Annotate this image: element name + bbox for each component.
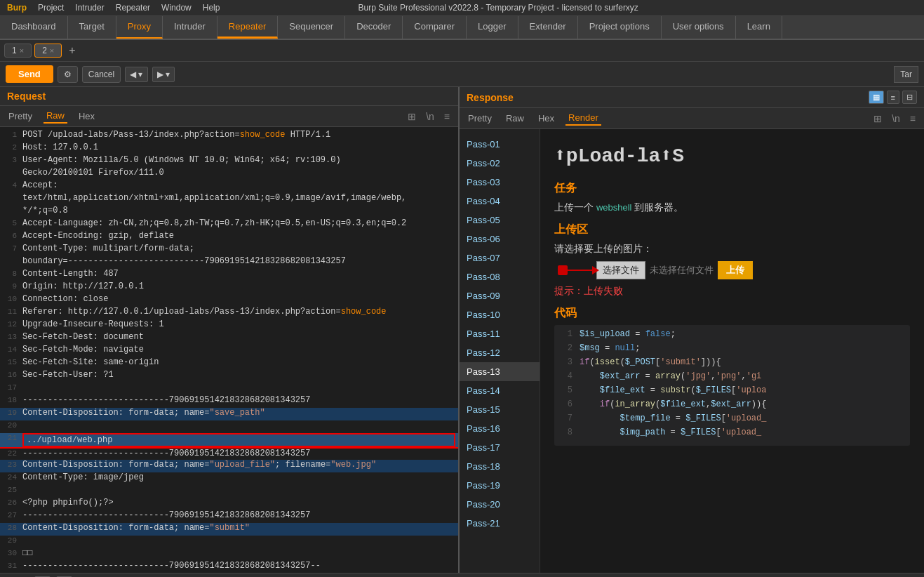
menu-repeater[interactable]: Repeater <box>116 3 150 13</box>
next-button[interactable]: ▶ ▾ <box>152 67 175 82</box>
upload-hint: 提示：上传失败 <box>554 285 910 298</box>
sidebar-pass-10[interactable]: Pass-10 <box>460 305 540 324</box>
sidebar-pass-06[interactable]: Pass-06 <box>460 230 540 248</box>
tab-project-options[interactable]: Project options <box>578 16 662 39</box>
tab-user-options[interactable]: User options <box>662 16 736 39</box>
request-menu-icon[interactable]: ≡ <box>441 110 453 124</box>
tab-comparer[interactable]: Comparer <box>403 16 467 39</box>
code-line-22: 22 -----------------------------79069195… <box>0 447 458 460</box>
response-tab-render[interactable]: Render <box>565 111 601 126</box>
tab-learn[interactable]: Learn <box>736 16 782 39</box>
response-menu-icon[interactable]: ≡ <box>907 112 918 126</box>
menu-window[interactable]: Window <box>161 3 192 13</box>
cancel-button[interactable]: Cancel <box>82 66 121 83</box>
response-tab-raw[interactable]: Raw <box>503 112 527 125</box>
request-tab-pretty[interactable]: Pretty <box>6 110 35 123</box>
code-line: 29 <box>0 536 458 548</box>
code-line: 23 Content-Disposition: form-data; name=… <box>0 460 458 472</box>
sidebar-pass-11[interactable]: Pass-11 <box>460 324 540 343</box>
request-wrap-icon[interactable]: \n <box>423 110 437 124</box>
code-line: 6 Accept-Encoding: gzip, deflate <box>0 231 458 244</box>
upload-labs-render: Pass-01 Pass-02 Pass-03 Pass-04 Pass-05 … <box>460 129 924 573</box>
response-title: Response <box>467 92 514 103</box>
tab-sequencer[interactable]: Sequencer <box>278 16 345 39</box>
menu-burp[interactable]: Burp <box>7 3 27 13</box>
tab-1-close[interactable]: × <box>20 46 24 55</box>
sidebar-pass-16[interactable]: Pass-16 <box>460 419 540 438</box>
sidebar-pass-07[interactable]: Pass-07 <box>460 248 540 267</box>
repeater-toolbar: Send ⚙ Cancel ◀ ▾ ▶ ▾ Tar <box>0 62 924 87</box>
prev-button[interactable]: ◀ ▾ <box>125 67 147 82</box>
sidebar-pass-20[interactable]: Pass-20 <box>460 495 540 514</box>
sidebar-pass-04[interactable]: Pass-04 <box>460 192 540 211</box>
sidebar-pass-19[interactable]: Pass-19 <box>460 476 540 495</box>
view-compact-button[interactable]: ⊟ <box>902 91 917 104</box>
add-repeater-tab-button[interactable]: + <box>65 43 79 58</box>
tab-dashboard[interactable]: Dashboard <box>0 16 68 39</box>
menu-intruder[interactable]: Intruder <box>75 3 104 13</box>
request-tab-raw[interactable]: Raw <box>43 109 67 124</box>
arrow-head <box>592 266 599 274</box>
sidebar-pass-13[interactable]: Pass-13 <box>460 362 540 381</box>
code-line: 1 POST /upload-labs/Pass-13/index.php?ac… <box>0 130 458 142</box>
response-sub-tabs: Pretty Raw Hex Render ⊞ \n ≡ <box>460 108 924 129</box>
response-tab-pretty[interactable]: Pretty <box>465 112 495 125</box>
upload-button[interactable]: 上传 <box>718 261 753 279</box>
ul-code-line: 6 if(in_array($file_ext,$ext_arr)){ <box>558 399 906 413</box>
sidebar-pass-08[interactable]: Pass-08 <box>460 267 540 286</box>
titlebar: Burp Project Intruder Repeater Window He… <box>0 0 924 16</box>
menu-project[interactable]: Project <box>38 3 64 13</box>
tab-2-close[interactable]: × <box>50 46 54 55</box>
sidebar-pass-09[interactable]: Pass-09 <box>460 286 540 305</box>
tab-intruder[interactable]: Intruder <box>163 16 217 39</box>
sidebar-pass-14[interactable]: Pass-14 <box>460 381 540 400</box>
view-grid-button[interactable]: ▦ <box>869 91 884 104</box>
tab-proxy[interactable]: Proxy <box>116 16 163 39</box>
response-tab-hex[interactable]: Hex <box>535 112 557 125</box>
tab-decoder[interactable]: Decoder <box>345 16 403 39</box>
request-code-area[interactable]: 1 POST /upload-labs/Pass-13/index.php?ac… <box>0 127 458 573</box>
response-format-icon[interactable]: ⊞ <box>871 112 885 126</box>
red-box <box>558 265 568 275</box>
sidebar-pass-12[interactable]: Pass-12 <box>460 343 540 362</box>
request-tab-hex[interactable]: Hex <box>76 110 98 123</box>
code-line: 16 Sec-Fetch-User: ?1 <box>0 370 458 383</box>
code-line: 30 □□ <box>0 548 458 561</box>
sidebar-pass-17[interactable]: Pass-17 <box>460 438 540 457</box>
tab-target[interactable]: Target <box>68 16 116 39</box>
ul-code-line: 5 $file_ext = substr($_FILES['uploa <box>558 385 906 399</box>
repeater-tab-2[interactable]: 2 × <box>34 44 62 58</box>
red-arrow-line <box>568 270 592 271</box>
repeater-tab-1[interactable]: 1 × <box>4 44 32 58</box>
view-list-button[interactable]: ≡ <box>887 91 899 104</box>
code-line-21: 21 ../upload/web.php <box>0 433 458 447</box>
code-line: 15 Sec-Fetch-Site: same-origin <box>0 357 458 370</box>
code-section: 代码 1 $is_upload = false; 2 $msg = null; … <box>554 306 910 446</box>
sidebar-pass-03[interactable]: Pass-03 <box>460 173 540 192</box>
code-line: 4 Accept: <box>0 180 458 193</box>
ul-code-line: 1 $is_upload = false; <box>558 329 906 343</box>
send-button[interactable]: Send <box>6 65 53 83</box>
task-text: 上传一个 webshell 到服务器。 <box>554 201 910 214</box>
sidebar-pass-05[interactable]: Pass-05 <box>460 211 540 230</box>
request-format-icon[interactable]: ⊞ <box>405 110 419 124</box>
upload-labs-main: ⬆pLoad-la⬆S 任务 上传一个 webshell 到服务器。 上传区 请… <box>540 129 924 573</box>
sidebar-pass-18[interactable]: Pass-18 <box>460 457 540 476</box>
code-line: 5 Accept-Language: zh-CN,zh;q=0.8,zh-TW;… <box>0 218 458 231</box>
tab-extender[interactable]: Extender <box>518 16 578 39</box>
menu-help[interactable]: Help <box>203 3 220 13</box>
red-arrow-annotation <box>558 265 599 275</box>
code-line: 24 Content-Type: image/jpeg <box>0 472 458 485</box>
tab-repeater[interactable]: Repeater <box>217 16 278 39</box>
sidebar-pass-21[interactable]: Pass-21 <box>460 514 540 533</box>
no-file-label: 未选择任何文件 <box>650 264 714 277</box>
sidebar-pass-15[interactable]: Pass-15 <box>460 400 540 419</box>
response-wrap-icon[interactable]: \n <box>889 112 903 126</box>
repeater-tab-bar: 1 × 2 × + <box>0 40 924 62</box>
sidebar-pass-01[interactable]: Pass-01 <box>460 135 540 154</box>
sidebar-pass-02[interactable]: Pass-02 <box>460 154 540 173</box>
choose-file-button[interactable]: 选择文件 <box>596 261 645 279</box>
code-line: */*;q=0.8 <box>0 206 458 218</box>
tab-logger[interactable]: Logger <box>467 16 518 39</box>
settings-button[interactable]: ⚙ <box>58 66 78 83</box>
